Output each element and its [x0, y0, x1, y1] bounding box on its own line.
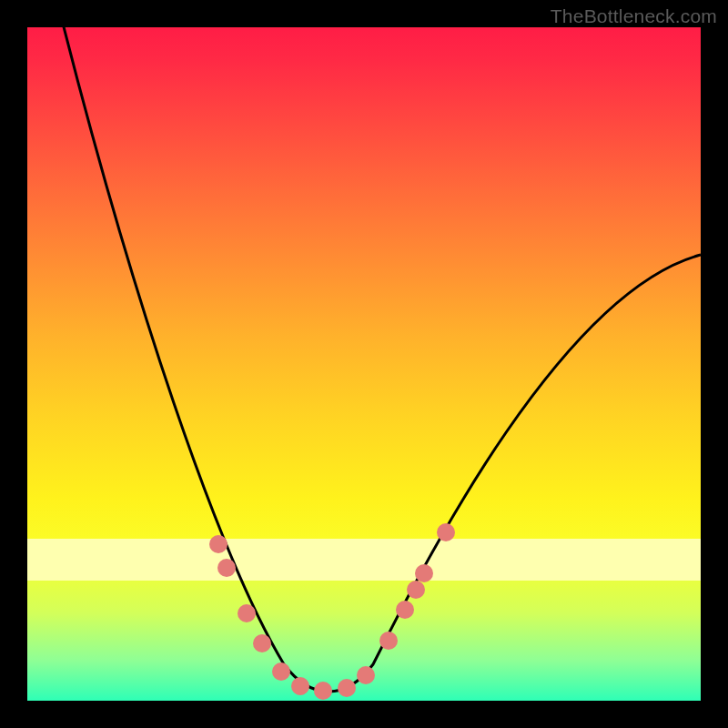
- chart-frame: TheBottleneck.com: [0, 0, 728, 728]
- data-dot: [437, 523, 455, 541]
- data-dot: [209, 535, 228, 553]
- plot-area: [27, 27, 701, 701]
- watermark-text: TheBottleneck.com: [551, 5, 717, 27]
- data-dot: [415, 564, 433, 582]
- data-dot: [338, 679, 356, 697]
- data-dot: [396, 601, 414, 619]
- data-dot: [379, 632, 398, 650]
- curve-layer: [27, 27, 701, 701]
- data-dot: [314, 682, 332, 700]
- data-dot: [253, 634, 271, 652]
- data-dot: [272, 662, 290, 681]
- data-dot: [407, 581, 425, 599]
- data-dot: [291, 677, 309, 695]
- data-dot: [217, 559, 236, 577]
- data-dot: [357, 666, 375, 684]
- dots-group: [209, 523, 455, 700]
- data-dot: [238, 604, 256, 622]
- bottleneck-curve: [55, 27, 701, 692]
